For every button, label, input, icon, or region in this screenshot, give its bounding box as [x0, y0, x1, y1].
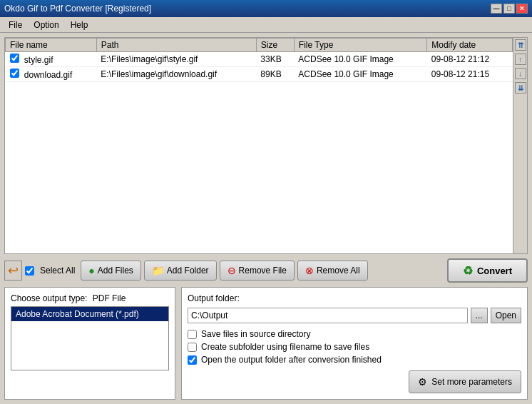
file-table: File name Path Size File Type Modify dat…: [5, 38, 513, 82]
title-text: Okdo Gif to Pdf Converter [Registered]: [4, 4, 151, 14]
close-button[interactable]: ✕: [516, 4, 528, 14]
remove-file-icon: ⊖: [227, 265, 236, 276]
add-files-label: Add Files: [98, 266, 133, 276]
add-files-icon: ●: [88, 265, 94, 276]
cell-modifydate: 09-08-12 21:12: [427, 52, 513, 67]
back-button[interactable]: ↩: [4, 261, 22, 281]
add-folder-icon: 📁: [152, 265, 164, 276]
output-type-panel: Choose output type: PDF File Adobe Acrob…: [4, 287, 175, 400]
col-filename: File name: [6, 39, 97, 52]
remove-file-label: Remove File: [239, 266, 287, 276]
gear-icon: ⚙: [418, 376, 427, 388]
pdf-option-acrobat[interactable]: Adobe Acrobat Document (*.pdf): [11, 307, 168, 321]
checkbox-row-1: Create subfolder using filename to save …: [188, 342, 521, 352]
pdf-listbox[interactable]: Adobe Acrobat Document (*.pdf): [11, 306, 169, 370]
checkbox-source-dir[interactable]: [188, 330, 197, 339]
cell-filetype: ACDSee 10.0 GIF Image: [294, 67, 426, 82]
output-section: Choose output type: PDF File Adobe Acrob…: [4, 287, 528, 400]
remove-all-icon: ⊗: [305, 265, 314, 276]
minimize-button[interactable]: —: [491, 4, 502, 14]
row-checkbox-1[interactable]: [10, 69, 19, 78]
menu-file[interactable]: File: [3, 19, 28, 31]
table-row: download.gif E:\Files\image\gif\download…: [6, 67, 513, 82]
remove-all-button[interactable]: ⊗ Remove All: [297, 261, 368, 281]
add-folder-button[interactable]: 📁 Add Folder: [144, 261, 217, 281]
checkbox-open-after-label: Open the output folder after conversion …: [201, 355, 382, 365]
bottom-toolbar: ↩ Select All ● Add Files 📁 Add Folder ⊖ …: [4, 258, 528, 283]
bottom-actions-row: ⚙ Set more parameters: [188, 368, 521, 393]
scroll-top-button[interactable]: ⇈: [515, 39, 526, 51]
add-folder-label: Add Folder: [167, 266, 209, 276]
select-all-label[interactable]: Select All: [40, 266, 75, 276]
file-list-container: File name Path Size File Type Modify dat…: [4, 37, 528, 254]
checkbox-subfolder-label: Create subfolder using filename to save …: [201, 342, 369, 352]
title-bar-buttons: — □ ✕: [491, 4, 528, 14]
folder-input-row: ... Open: [188, 308, 521, 323]
cell-modifydate: 09-08-12 21:15: [427, 67, 513, 82]
checkboxes-area: Save files in source directory Create su…: [188, 329, 521, 365]
scroll-bottom-button[interactable]: ⇊: [515, 82, 526, 94]
menu-option[interactable]: Option: [28, 19, 64, 31]
cell-path: E:\Files\image\gif\download.gif: [96, 67, 256, 82]
col-size: Size: [256, 39, 294, 52]
set-params-button[interactable]: ⚙ Set more parameters: [409, 370, 521, 393]
cell-filename: download.gif: [6, 67, 97, 82]
scroll-panel: ⇈ ↑ ↓ ⇊: [513, 38, 527, 253]
cell-size: 33KB: [256, 52, 294, 67]
browse-button[interactable]: ...: [471, 308, 488, 323]
checkbox-open-after[interactable]: [188, 355, 197, 365]
main-panel: File name Path Size File Type Modify dat…: [0, 33, 532, 404]
output-folder-label: Output folder:: [188, 293, 521, 303]
select-all-checkbox[interactable]: [25, 266, 34, 276]
folder-path-input[interactable]: [188, 308, 468, 323]
file-table-body: style.gif E:\Files\image\gif\style.gif 3…: [6, 52, 513, 82]
output-folder-panel: Output folder: ... Open Save files in so…: [181, 287, 528, 400]
cell-filename: style.gif: [6, 52, 97, 67]
filename-text: download.gif: [24, 70, 72, 80]
cell-path: E:\Files\image\gif\style.gif: [96, 52, 256, 67]
checkbox-row-2: Open the output folder after conversion …: [188, 355, 521, 365]
remove-all-label: Remove All: [317, 266, 360, 276]
scroll-up-button[interactable]: ↑: [515, 54, 526, 65]
menu-help[interactable]: Help: [65, 19, 94, 31]
checkbox-subfolder[interactable]: [188, 343, 197, 352]
col-path: Path: [96, 39, 256, 52]
table-row: style.gif E:\Files\image\gif\style.gif 3…: [6, 52, 513, 67]
menu-bar: File Option Help: [0, 17, 532, 33]
col-modifydate: Modify date: [427, 39, 513, 52]
scroll-down-button[interactable]: ↓: [515, 68, 526, 79]
remove-file-button[interactable]: ⊖ Remove File: [220, 261, 295, 281]
title-bar: Okdo Gif to Pdf Converter [Registered] —…: [0, 0, 532, 17]
file-table-wrapper[interactable]: File name Path Size File Type Modify dat…: [5, 38, 513, 253]
checkbox-source-dir-label: Save files in source directory: [201, 329, 310, 339]
convert-icon: ♻: [463, 264, 473, 278]
output-type-label: Choose output type: PDF File: [11, 293, 169, 303]
open-folder-button[interactable]: Open: [491, 308, 521, 323]
col-filetype: File Type: [294, 39, 426, 52]
params-label: Set more parameters: [431, 377, 512, 387]
cell-size: 89KB: [256, 67, 294, 82]
convert-label: Convert: [477, 266, 512, 276]
row-checkbox-0[interactable]: [10, 54, 19, 63]
convert-button[interactable]: ♻ Convert: [447, 258, 528, 283]
select-all-area: Select All: [25, 266, 75, 276]
filename-text: style.gif: [24, 55, 53, 65]
checkbox-row-0: Save files in source directory: [188, 329, 521, 339]
restore-button[interactable]: □: [503, 4, 515, 14]
add-files-button[interactable]: ● Add Files: [81, 261, 141, 281]
cell-filetype: ACDSee 10.0 GIF Image: [294, 52, 426, 67]
